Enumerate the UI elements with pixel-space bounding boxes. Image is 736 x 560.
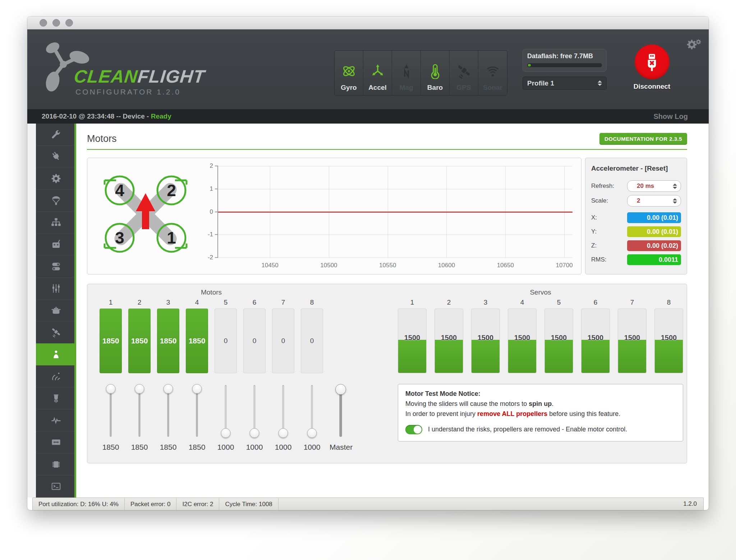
sidebar-item-11[interactable] (36, 343, 76, 365)
sidebar-item-15[interactable] (36, 431, 76, 453)
footer-cell-4: Cycle Time: 1008 (219, 498, 278, 510)
stepper-arrows-icon (673, 181, 677, 191)
sensor-indicator-accel: Accel (363, 51, 392, 95)
sidebar-item-9[interactable] (36, 300, 76, 321)
sidebar-item-12[interactable] (36, 366, 76, 388)
motor-control-toggle[interactable] (405, 425, 422, 434)
servo-bar-5: 1500 (544, 309, 573, 373)
documentation-button[interactable]: DOCUMENTATION FOR 2.3.5 (599, 133, 687, 145)
motor-slider-6[interactable] (243, 384, 266, 438)
sidebar-item-6[interactable] (36, 233, 76, 255)
motor-number-bottom-left: 3 (115, 228, 124, 247)
accelerometer-title: Accelerometer - [Reset] (591, 165, 681, 172)
servo-bar-4: 1500 (508, 309, 537, 373)
slider-thumb[interactable] (335, 384, 346, 395)
accel-reset-button[interactable]: [Reset] (645, 165, 668, 172)
motor-bar-value: 0 (301, 337, 323, 345)
slider-thumb[interactable] (279, 428, 288, 438)
sidebar-item-7[interactable] (36, 255, 76, 277)
motor-test-notice: Motor Test Mode Notice: Moving the slide… (398, 384, 683, 441)
y-axis-label: 1 (210, 185, 213, 193)
motor-slider-4[interactable] (186, 384, 208, 438)
refresh-select[interactable]: 20 ms (627, 180, 681, 192)
log-status-strip: 2016-02-10 @ 23:34:48 -- Device - Ready … (27, 109, 709, 124)
sensor-indicator-gyro: Gyro (335, 51, 363, 95)
profile-select-value: Profile 1 (527, 79, 554, 87)
master-slider[interactable] (330, 384, 352, 438)
sidebar-item-17[interactable] (36, 476, 76, 497)
x-axis-label: 10600 (438, 262, 455, 269)
sensor-label: Gyro (341, 84, 356, 92)
sidebar-item-14[interactable] (36, 409, 76, 431)
motor-slider-7[interactable] (272, 384, 294, 438)
servo-column-number: 6 (581, 298, 610, 306)
motor-slider-8[interactable] (301, 384, 323, 438)
motors-section-title: Motors (100, 288, 323, 296)
scale-label: Scale: (591, 197, 608, 204)
window-minimize-button[interactable] (52, 19, 60, 27)
sidebar-item-10[interactable] (36, 321, 76, 343)
sidebar-item-16[interactable] (36, 454, 76, 476)
dataflash-label: Dataflash: free 7.7MB (527, 52, 602, 60)
axis-label: X: (591, 214, 597, 221)
sensor-label: Accel (368, 84, 387, 92)
notice-title: Motor Test Mode Notice: (405, 389, 676, 399)
x-axis-label: 10700 (556, 262, 572, 269)
disconnect-button[interactable]: Disconnect (620, 45, 684, 91)
show-log-button[interactable]: Show Log (653, 112, 688, 121)
dataflash-indicator: Dataflash: free 7.7MB (523, 49, 607, 72)
sensor-indicator-gps: GPS (450, 51, 478, 95)
sidebar-item-2[interactable] (36, 145, 76, 167)
servo-bar-value: 1500 (581, 334, 610, 342)
refresh-select-value: 20 ms (637, 182, 654, 190)
axis-value-badge: 0.00 (0.01) (627, 212, 681, 223)
slider-thumb[interactable] (221, 428, 231, 438)
chart-plot-area: 210-1-2104501050010550106001065010700 (217, 166, 572, 258)
page-title: Motors (87, 133, 117, 144)
sidebar-item-8[interactable] (36, 278, 76, 300)
main-area: Motors DOCUMENTATION FOR 2.3.5 (27, 124, 709, 497)
motor-column-number: 8 (301, 298, 323, 306)
motor-slider-5[interactable] (215, 384, 237, 438)
slider-thumb[interactable] (164, 384, 173, 394)
slider-value-label: 1850 (186, 443, 208, 452)
servo-column-number: 3 (471, 298, 500, 306)
motor-number-top-left: 4 (115, 181, 124, 200)
slider-thumb[interactable] (192, 384, 202, 394)
sidebar-item-4[interactable] (36, 190, 76, 212)
slider-thumb[interactable] (250, 428, 259, 438)
window-zoom-button[interactable] (65, 19, 73, 27)
usb-disconnect-icon (635, 45, 670, 79)
sensor-indicator-mag: Mag (392, 51, 421, 95)
slider-thumb[interactable] (135, 384, 144, 394)
cassette-icon (51, 437, 61, 448)
servo-column-number: 1 (398, 298, 427, 306)
servo-bar-fill (581, 340, 610, 373)
slider-thumb[interactable] (307, 428, 317, 438)
stepper-arrows-icon (598, 78, 602, 88)
x-axis-label: 10550 (379, 262, 396, 269)
sensor-label: Baro (427, 84, 443, 92)
y-tick-mark (215, 234, 218, 235)
window-close-button[interactable] (40, 19, 47, 27)
motor-slider-1[interactable] (100, 384, 122, 438)
slider-thumb[interactable] (106, 384, 116, 394)
app-header: CLEANFLIGHT CONFIGURATOR 1.2.0 GyroAccel… (27, 29, 709, 109)
motor-slider-3[interactable] (157, 384, 179, 438)
sidebar-item-1[interactable] (36, 124, 76, 145)
pot-icon (51, 305, 61, 316)
sidebar-item-5[interactable] (36, 212, 76, 233)
profile-select[interactable]: Profile 1 (523, 77, 607, 90)
sidebar-item-13[interactable] (36, 388, 76, 409)
sidebar-item-3[interactable] (36, 167, 76, 189)
chart-hgridline (218, 166, 572, 166)
motor-slider-2[interactable] (128, 384, 151, 438)
slider-value-label: 1850 (128, 443, 151, 452)
servo-bar-value: 1500 (398, 334, 426, 342)
toggle-switches-icon (51, 261, 61, 272)
device-ready-state: Ready (151, 112, 171, 120)
scale-select[interactable]: 2 (627, 195, 681, 207)
servo-column-number: 2 (434, 298, 463, 306)
settings-gears-icon[interactable] (686, 39, 702, 50)
sensor-label: Sonar (483, 84, 502, 92)
